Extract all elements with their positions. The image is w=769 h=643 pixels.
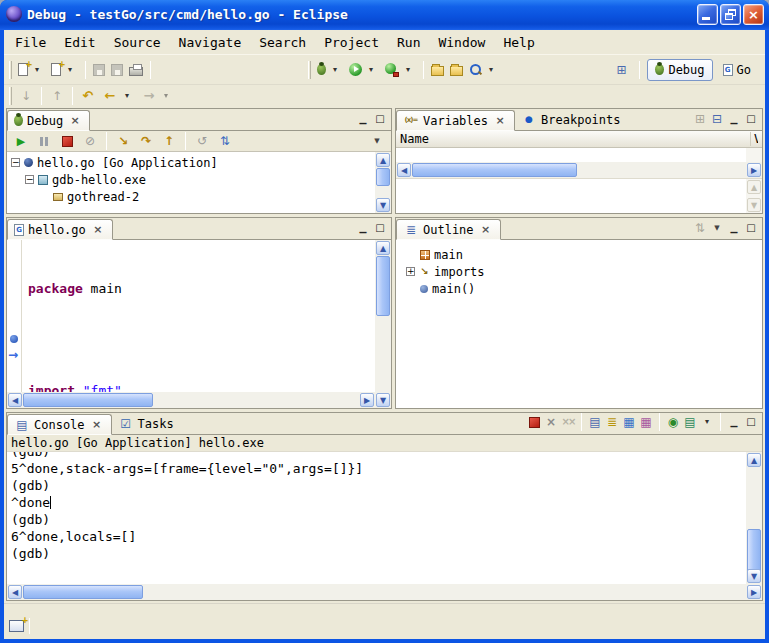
maximize-view-button[interactable] xyxy=(743,220,759,236)
scroll-left-arrow-icon[interactable]: ◀ xyxy=(8,393,22,407)
pin-console-button[interactable] xyxy=(665,414,681,430)
variables-column-header[interactable]: Name V xyxy=(396,131,762,148)
menu-navigate[interactable]: Navigate xyxy=(170,33,251,52)
chevron-down-icon[interactable] xyxy=(119,88,135,104)
menu-window[interactable]: Window xyxy=(429,33,494,52)
terminate-button[interactable] xyxy=(526,414,542,430)
tab-breakpoints[interactable]: Breakpoints xyxy=(515,109,626,130)
minimize-window-button[interactable] xyxy=(697,4,718,25)
collapse-expander-icon[interactable] xyxy=(25,175,34,184)
outline-tree[interactable]: main imports main() xyxy=(396,240,762,408)
open-resource-button[interactable] xyxy=(428,58,447,82)
maximize-view-button[interactable] xyxy=(372,220,388,236)
open-perspective-button[interactable] xyxy=(610,58,632,82)
scroll-down-arrow-icon[interactable]: ▼ xyxy=(376,198,390,212)
minimize-view-button[interactable] xyxy=(726,414,742,430)
print-button[interactable] xyxy=(126,58,146,82)
tree-row[interactable]: gothread-2 xyxy=(7,188,375,205)
maximize-view-button[interactable] xyxy=(743,111,759,127)
new-go-element-button[interactable] xyxy=(48,58,81,82)
back-button[interactable] xyxy=(99,84,138,108)
scroll-up-arrow-icon[interactable]: ▲ xyxy=(376,153,390,167)
search-button[interactable] xyxy=(466,58,502,82)
remove-all-terminated-button[interactable] xyxy=(560,414,576,430)
collapse-expander-icon[interactable] xyxy=(11,158,20,167)
scrollbar-thumb[interactable] xyxy=(23,393,153,407)
menu-help[interactable]: Help xyxy=(494,33,543,52)
tab-hello-go[interactable]: G hello.go xyxy=(7,219,113,240)
scroll-lock-button[interactable] xyxy=(604,414,620,430)
scroll-left-arrow-icon[interactable]: ◀ xyxy=(397,163,411,177)
code-area[interactable]: package main import "fmt" func main() { … xyxy=(22,240,375,392)
minimize-view-button[interactable] xyxy=(726,111,742,127)
tree-row[interactable]: main xyxy=(396,246,762,263)
toolbar-grip[interactable] xyxy=(9,87,12,105)
chevron-down-icon[interactable] xyxy=(363,62,379,78)
name-column-header[interactable]: Name xyxy=(400,132,429,146)
value-column-header[interactable]: V xyxy=(750,132,758,146)
sort-button[interactable] xyxy=(692,220,708,236)
scrollbar-thumb[interactable] xyxy=(376,168,390,186)
previous-annotation-button[interactable] xyxy=(46,84,68,108)
minimize-view-button[interactable] xyxy=(726,220,742,236)
save-button[interactable] xyxy=(90,58,108,82)
scrollbar-thumb[interactable] xyxy=(412,163,577,177)
perspective-debug-button[interactable]: Debug xyxy=(647,59,712,81)
suspend-button[interactable] xyxy=(33,129,55,153)
chevron-down-icon[interactable] xyxy=(699,414,715,430)
menu-search[interactable]: Search xyxy=(250,33,315,52)
outline-view-menu-button[interactable] xyxy=(709,220,725,236)
tree-row[interactable]: gdb-hello.exe xyxy=(7,171,375,188)
disconnect-button[interactable] xyxy=(79,129,101,153)
restore-window-button[interactable] xyxy=(720,4,741,25)
forward-button[interactable] xyxy=(138,84,177,108)
close-icon[interactable] xyxy=(478,222,494,238)
editor-vertical-scrollbar[interactable]: ▲ ▼ xyxy=(375,240,391,408)
terminate-button[interactable] xyxy=(56,129,78,153)
editor-gutter[interactable]: → xyxy=(7,240,22,392)
debug-button[interactable] xyxy=(314,58,346,82)
scroll-up-arrow-icon[interactable]: ▲ xyxy=(747,453,761,467)
menu-file[interactable]: File xyxy=(6,33,55,52)
variables-horizontal-scrollbar[interactable]: ◀ ▶ xyxy=(396,162,762,178)
scrollbar-thumb[interactable] xyxy=(376,256,390,316)
scroll-left-arrow-icon[interactable]: ◀ xyxy=(8,585,22,599)
breakpoint-icon[interactable] xyxy=(10,335,18,343)
open-type-button[interactable] xyxy=(447,58,466,82)
chevron-down-icon[interactable] xyxy=(483,62,499,78)
next-annotation-button[interactable] xyxy=(15,84,37,108)
debug-vertical-scrollbar[interactable]: ▲ ▼ xyxy=(375,152,391,213)
step-return-button[interactable] xyxy=(158,129,180,153)
scroll-down-arrow-icon[interactable]: ▼ xyxy=(747,569,761,583)
minimize-view-button[interactable] xyxy=(355,220,371,236)
minimize-view-button[interactable] xyxy=(355,111,371,127)
scroll-right-arrow-icon[interactable]: ▶ xyxy=(360,393,374,407)
debug-view-menu-button[interactable] xyxy=(366,129,388,153)
eclipse-app-icon[interactable] xyxy=(6,6,22,22)
scroll-up-arrow-icon[interactable]: ▲ xyxy=(376,241,390,255)
toolbar-grip[interactable] xyxy=(308,61,311,79)
close-icon[interactable] xyxy=(67,113,83,129)
scroll-right-arrow-icon[interactable]: ▶ xyxy=(747,585,761,599)
step-into-button[interactable] xyxy=(112,129,134,153)
toolbar-grip[interactable] xyxy=(9,61,12,79)
scroll-down-arrow-icon[interactable]: ▼ xyxy=(376,393,390,407)
show-logical-structure-button[interactable] xyxy=(692,111,708,127)
open-console-button[interactable] xyxy=(682,414,698,430)
fast-view-button[interactable] xyxy=(9,620,24,632)
maximize-view-button[interactable] xyxy=(743,414,759,430)
clear-console-button[interactable] xyxy=(587,414,603,430)
chevron-down-icon[interactable] xyxy=(400,62,416,78)
new-wizard-button[interactable] xyxy=(15,58,48,82)
expand-expander-icon[interactable] xyxy=(406,267,415,276)
variables-detail-pane[interactable] xyxy=(396,179,746,213)
variables-table[interactable] xyxy=(396,148,746,162)
last-edit-location-button[interactable] xyxy=(77,84,99,108)
tab-outline[interactable]: Outline xyxy=(396,219,501,240)
menu-edit[interactable]: Edit xyxy=(55,33,104,52)
remove-launch-button[interactable] xyxy=(543,414,559,430)
tree-row[interactable]: hello.go [Go Application] xyxy=(7,154,375,171)
scrollbar-thumb[interactable] xyxy=(23,585,143,599)
menu-project[interactable]: Project xyxy=(315,33,388,52)
close-icon[interactable] xyxy=(492,113,508,129)
